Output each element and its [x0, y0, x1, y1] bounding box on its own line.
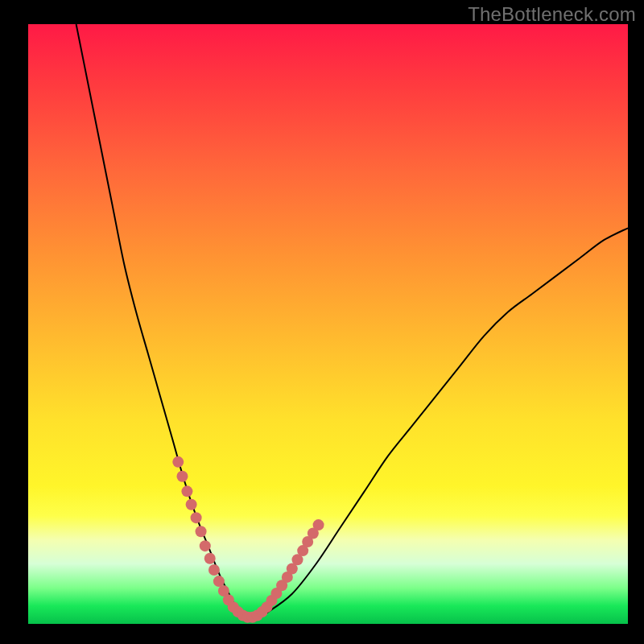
- chart-frame: TheBottleneck.com: [0, 0, 644, 644]
- highlight-dot: [186, 499, 197, 510]
- bottleneck-curve-svg: [28, 24, 628, 624]
- highlight-dot: [213, 576, 225, 587]
- highlight-dot: [172, 456, 184, 468]
- watermark-text: TheBottleneck.com: [468, 3, 636, 26]
- highlight-dot: [204, 553, 216, 564]
- highlight-dot: [181, 485, 192, 497]
- highlight-dot: [196, 526, 207, 537]
- highlight-dot: [191, 512, 202, 523]
- highlight-dot: [176, 471, 188, 482]
- plot-area: [28, 24, 628, 624]
- highlight-dot: [313, 519, 324, 530]
- highlight-dot: [208, 564, 220, 576]
- bottleneck-curve-path: [76, 24, 628, 618]
- highlight-dot: [200, 540, 211, 551]
- highlight-dots-group: [172, 456, 324, 623]
